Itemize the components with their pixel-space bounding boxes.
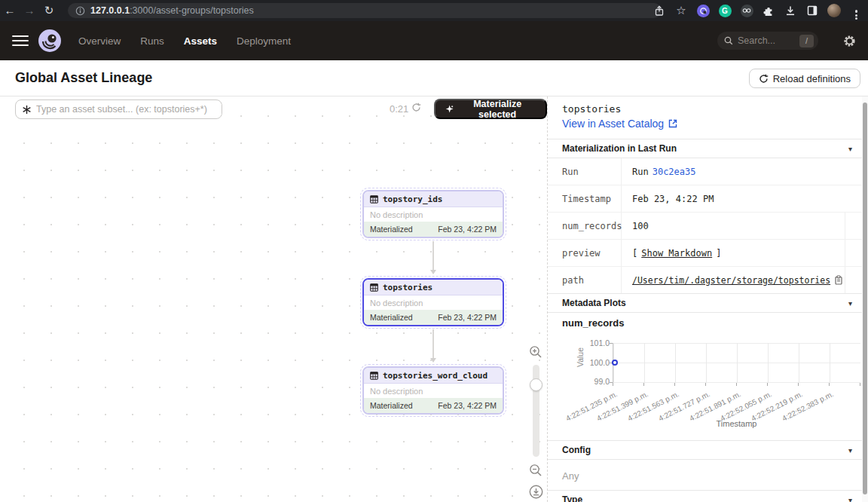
- table-row-path: path /Users/tim/.dagster/storage/topstor…: [548, 267, 863, 294]
- bookmark-star-icon[interactable]: ☆: [672, 2, 690, 20]
- x-axis-ticks: [613, 383, 860, 386]
- asset-node-topstories[interactable]: topstories No description Materialized F…: [362, 278, 504, 326]
- bracket: [: [632, 248, 637, 259]
- row-extra-cell: [845, 240, 863, 266]
- row-label: preview: [548, 240, 622, 266]
- path-link[interactable]: /Users/tim/.dagster/storage/topstories: [632, 275, 830, 286]
- profile-avatar[interactable]: [825, 2, 843, 20]
- scrollbar-thumb[interactable]: [863, 103, 867, 494]
- zoom-to-fit-icon[interactable]: [529, 485, 546, 499]
- row-extra-cell: [845, 213, 863, 239]
- search-icon: [724, 36, 733, 45]
- primary-nav: Overview Runs Assets Deployment: [78, 35, 291, 47]
- settings-gear-icon[interactable]: [843, 35, 856, 47]
- clock-extension-icon[interactable]: [694, 2, 712, 20]
- table-row-num-records: num_records 100: [548, 213, 863, 240]
- reload-definitions-button[interactable]: Reload definitions: [749, 69, 860, 88]
- config-value: Any: [562, 470, 579, 482]
- extensions-puzzle-icon[interactable]: [760, 2, 778, 20]
- nav-assets[interactable]: Assets: [184, 35, 217, 47]
- show-markdown-link[interactable]: Show Markdown: [641, 248, 712, 259]
- nav-runs[interactable]: Runs: [140, 35, 164, 47]
- search-shortcut-badge: /: [799, 35, 814, 47]
- grammarly-extension-icon[interactable]: G: [716, 2, 734, 20]
- bracket: ]: [716, 248, 721, 259]
- browser-menu-icon[interactable]: [847, 2, 865, 20]
- browser-forward-icon[interactable]: →: [20, 0, 39, 21]
- table-row-run: Run Run30c2ea35: [548, 158, 863, 185]
- app-header: Overview Runs Assets Deployment /: [0, 21, 868, 60]
- x-axis-title: Timestamp: [613, 419, 860, 428]
- timestamp-value: Feb 23, 4:22 PM: [622, 185, 863, 212]
- node-status: Materialized: [370, 225, 413, 234]
- section-metadata-plots[interactable]: Metadata Plots ▾: [548, 293, 863, 313]
- section-title: Type: [562, 494, 848, 502]
- node-description: No description: [370, 210, 423, 219]
- node-status: Materialized: [370, 313, 413, 322]
- chevron-down-icon: ▾: [848, 299, 852, 308]
- run-value-prefix: Run: [632, 167, 649, 177]
- dagster-logo[interactable]: [38, 29, 62, 53]
- node-description: No description: [370, 387, 423, 396]
- row-label: Run: [548, 158, 622, 185]
- section-title: Metadata Plots: [562, 298, 848, 308]
- catalog-link-label: View in Asset Catalog: [562, 118, 664, 130]
- downloads-icon[interactable]: [781, 2, 799, 20]
- node-timestamp: Feb 23, 4:22 PM: [438, 401, 497, 410]
- section-config[interactable]: Config ▾: [548, 440, 863, 460]
- edge-topstory-ids-to-topstories: [432, 241, 434, 273]
- nav-deployment[interactable]: Deployment: [237, 35, 291, 47]
- asset-subset-filter[interactable]: [15, 99, 222, 119]
- zoom-in-icon[interactable]: [529, 345, 546, 359]
- site-info-icon[interactable]: [75, 6, 85, 16]
- asset-subset-input[interactable]: [36, 104, 222, 115]
- view-in-asset-catalog-link[interactable]: View in Asset Catalog: [562, 118, 677, 130]
- section-title: Materialization in Last Run: [562, 143, 848, 154]
- refresh-icon[interactable]: [411, 103, 421, 112]
- edge-topstories-to-word-cloud: [432, 329, 434, 361]
- reload-icon: [759, 74, 769, 84]
- nav-overview[interactable]: Overview: [78, 35, 121, 47]
- op-selector-icon: [22, 105, 32, 115]
- section-materialization-last-run[interactable]: Materialization in Last Run ▾: [548, 139, 863, 158]
- browser-back-icon[interactable]: ←: [0, 0, 20, 21]
- asset-node-topstory-ids[interactable]: topstory_ids No description Materialized…: [362, 190, 504, 238]
- asset-node-topstories-word-cloud[interactable]: topstories_word_cloud No description Mat…: [362, 366, 504, 415]
- run-id-link[interactable]: 30c2ea35: [653, 167, 696, 177]
- materialize-selected-button[interactable]: Materialize selected: [434, 99, 547, 119]
- y-tick: 100.0: [579, 358, 610, 367]
- refresh-timer: 0:21: [390, 103, 408, 115]
- plot-title: num_records: [562, 317, 624, 329]
- y-tick: 99.0: [579, 377, 610, 386]
- node-title: topstories_word_cloud: [383, 371, 487, 381]
- reload-definitions-label: Reload definitions: [773, 73, 851, 84]
- browser-toolbar: ← → ↻ 127.0.0.1:3000/asset-groups/topsto…: [0, 0, 868, 21]
- address-bar[interactable]: 127.0.0.1:3000/asset-groups/topstories: [68, 3, 662, 18]
- copy-clipboard-icon[interactable]: [834, 275, 843, 285]
- share-icon[interactable]: [650, 2, 668, 20]
- global-search[interactable]: /: [717, 32, 818, 50]
- goggles-extension-icon[interactable]: [738, 2, 756, 20]
- row-label: num_records: [548, 213, 622, 239]
- browser-actions: ☆ G: [650, 0, 865, 21]
- search-input[interactable]: [738, 35, 795, 46]
- section-type[interactable]: Type ▾: [548, 490, 863, 502]
- hamburger-menu-icon[interactable]: [12, 32, 29, 49]
- asset-graph-pane[interactable]: 0:21 Materialize selected topstory_ids N…: [0, 96, 547, 502]
- table-icon: [370, 283, 378, 292]
- node-timestamp: Feb 23, 4:22 PM: [438, 313, 497, 322]
- num-records-value: 100: [622, 213, 845, 239]
- row-label: path: [548, 267, 622, 293]
- zoom-out-icon[interactable]: [529, 464, 546, 477]
- browser-reload-icon[interactable]: ↻: [39, 0, 59, 21]
- side-panel-icon[interactable]: [803, 2, 821, 20]
- row-label: Timestamp: [548, 185, 622, 212]
- materialization-table: Run Run30c2ea35 Timestamp Feb 23, 4:22 P…: [548, 158, 863, 294]
- external-link-icon: [668, 119, 677, 128]
- row-extra-cell: [845, 267, 863, 293]
- sidebar-scrollbar[interactable]: [862, 96, 868, 502]
- chevron-down-icon: ▾: [848, 496, 852, 502]
- data-point[interactable]: [612, 360, 618, 366]
- zoom-slider-handle[interactable]: [530, 378, 542, 391]
- node-title: topstory_ids: [383, 194, 442, 204]
